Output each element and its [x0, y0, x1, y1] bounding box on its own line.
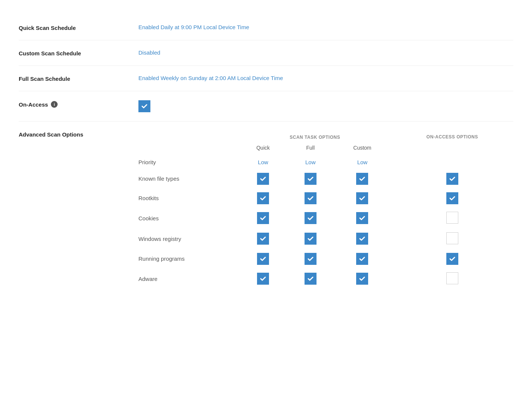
scan-option-on-access-checkbox[interactable]: [391, 208, 514, 229]
scan-option-quick-checkbox[interactable]: [239, 189, 287, 208]
on-access-col-header: [391, 142, 514, 155]
scan-option-label: Rootkits: [138, 189, 239, 208]
on-access-row: On-Access i: [19, 91, 513, 122]
custom-scan-value[interactable]: Disabled: [138, 49, 513, 56]
scan-option-quick-checkbox[interactable]: [239, 249, 287, 269]
scan-option-full-checkbox[interactable]: [287, 229, 333, 249]
row-label-header: [138, 142, 239, 155]
scan-option-row: Adware: [138, 269, 513, 289]
scan-option-label: Windows registry: [138, 229, 239, 249]
custom-col-header: Custom: [333, 142, 391, 155]
scan-option-full-checkbox[interactable]: [287, 169, 333, 189]
scan-option-on-access-checkbox[interactable]: [391, 169, 514, 189]
on-access-checkbox[interactable]: [138, 100, 150, 112]
scan-option-custom-checkbox[interactable]: [333, 249, 391, 269]
scan-task-options-header: SCAN TASK OPTIONS: [239, 131, 391, 142]
priority-custom-value[interactable]: Low: [333, 155, 391, 169]
priority-row: Priority Low Low Low: [138, 155, 513, 169]
scan-option-quick-checkbox[interactable]: [239, 269, 287, 289]
scan-option-custom-checkbox[interactable]: [333, 269, 391, 289]
scan-option-full-checkbox[interactable]: [287, 249, 333, 269]
col-header-row: Quick Full Custom: [138, 142, 513, 155]
full-scan-label: Full Scan Schedule: [19, 75, 138, 82]
custom-scan-label: Custom Scan Schedule: [19, 49, 138, 56]
scan-option-on-access-checkbox[interactable]: [391, 229, 514, 249]
scan-option-label: Cookies: [138, 208, 239, 229]
quick-col-header: Quick: [239, 142, 287, 155]
scan-option-on-access-checkbox[interactable]: [391, 249, 514, 269]
section-header-row: SCAN TASK OPTIONS On-Access Options: [138, 131, 513, 142]
on-access-label: On-Access i: [19, 100, 138, 108]
scan-option-on-access-checkbox[interactable]: [391, 269, 514, 289]
full-scan-value[interactable]: Enabled Weekly on Sunday at 2:00 AM Loca…: [138, 75, 513, 81]
empty-header-cell: [138, 131, 239, 142]
scan-option-quick-checkbox[interactable]: [239, 169, 287, 189]
advanced-scan-row: Advanced Scan Options SCAN TASK OPTIONS …: [19, 122, 513, 298]
advanced-scan-label: Advanced Scan Options: [19, 131, 138, 138]
scan-option-custom-checkbox[interactable]: [333, 189, 391, 208]
scan-option-custom-checkbox[interactable]: [333, 208, 391, 229]
quick-scan-row: Quick Scan Schedule Enabled Daily at 9:0…: [19, 15, 513, 40]
scan-option-label: Known file types: [138, 169, 239, 189]
priority-full-value[interactable]: Low: [287, 155, 333, 169]
full-scan-row: Full Scan Schedule Enabled Weekly on Sun…: [19, 66, 513, 91]
scan-option-full-checkbox[interactable]: [287, 269, 333, 289]
advanced-scan-content: SCAN TASK OPTIONS On-Access Options Quic…: [138, 131, 513, 289]
scan-options-table: SCAN TASK OPTIONS On-Access Options Quic…: [138, 131, 513, 289]
custom-scan-row: Custom Scan Schedule Disabled: [19, 40, 513, 66]
on-access-info-icon[interactable]: i: [51, 101, 58, 108]
scan-option-row: Windows registry: [138, 229, 513, 249]
scan-option-label: Running programs: [138, 249, 239, 269]
priority-on-access-value: [391, 155, 514, 169]
scan-option-custom-checkbox[interactable]: [333, 229, 391, 249]
full-col-header: Full: [287, 142, 333, 155]
scan-option-row: Known file types: [138, 169, 513, 189]
on-access-checkbox-container: [138, 100, 513, 112]
quick-scan-label: Quick Scan Schedule: [19, 24, 138, 31]
scan-option-quick-checkbox[interactable]: [239, 208, 287, 229]
scan-option-full-checkbox[interactable]: [287, 208, 333, 229]
scan-option-quick-checkbox[interactable]: [239, 229, 287, 249]
on-access-options-header: On-Access Options: [391, 131, 514, 142]
scan-option-label: Adware: [138, 269, 239, 289]
scan-option-row: Running programs: [138, 249, 513, 269]
scan-option-full-checkbox[interactable]: [287, 189, 333, 208]
quick-scan-value[interactable]: Enabled Daily at 9:00 PM Local Device Ti…: [138, 24, 513, 30]
priority-quick-value[interactable]: Low: [239, 155, 287, 169]
scan-option-custom-checkbox[interactable]: [333, 169, 391, 189]
priority-label: Priority: [138, 155, 239, 169]
scan-option-row: Cookies: [138, 208, 513, 229]
scan-option-on-access-checkbox[interactable]: [391, 189, 514, 208]
scan-option-row: Rootkits: [138, 189, 513, 208]
